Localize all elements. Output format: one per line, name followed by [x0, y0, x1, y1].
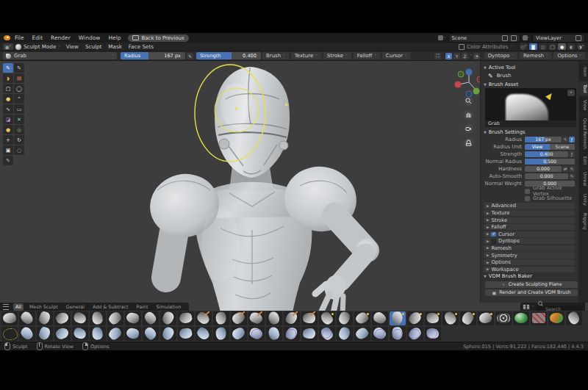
sidebar-tab[interactable]: Edit [579, 154, 588, 168]
viewport-menu-item[interactable]: View [66, 43, 79, 50]
brush-preview-dropdown[interactable]: ˅ [567, 90, 575, 96]
tool-draw-sharp[interactable]: ✎ [14, 63, 24, 73]
new-scene-icon[interactable] [511, 35, 517, 41]
brush-thumbnail[interactable] [178, 311, 194, 325]
brush-option-menu[interactable]: Texture˅ [291, 52, 321, 59]
display-mode-icon[interactable] [523, 304, 530, 310]
brush-thumbnail[interactable] [107, 327, 123, 341]
render-vdm-brush-button[interactable]: ▣ Render and Create VDM Brush [485, 289, 578, 296]
brush-thumbnail[interactable] [19, 311, 35, 325]
menu-item[interactable]: File [15, 35, 24, 41]
brush-thumbnail[interactable] [248, 311, 265, 325]
brush-thumbnail[interactable] [354, 327, 370, 341]
brush-thumbnail[interactable] [178, 327, 194, 341]
section-checkbox[interactable] [491, 239, 496, 244]
brush-thumbnail[interactable] [390, 311, 406, 325]
menu-item[interactable]: Edit [32, 35, 43, 41]
tool-smooth[interactable]: ∿ [3, 104, 13, 114]
create-sculpting-plane-button[interactable]: ＋ Create Sculpting Plane [485, 281, 578, 288]
brush-thumbnail[interactable] [460, 311, 476, 325]
collapsed-section[interactable]: ▶ Cursor [484, 231, 575, 237]
brush-thumbnail[interactable] [37, 311, 53, 325]
tool-elastic-deform[interactable]: ◎ [14, 125, 24, 134]
brush-thumbnail[interactable] [1, 311, 18, 325]
brush-thumbnail[interactable] [319, 327, 335, 341]
brush-thumbnail[interactable] [407, 311, 423, 325]
brush-asset-section-header[interactable]: ▼ Brush Asset [484, 81, 576, 87]
brush-thumbnail[interactable] [372, 311, 388, 325]
menu-item[interactable]: Render [51, 35, 71, 41]
brush-option-menu[interactable]: Cursor˅ [382, 52, 411, 59]
mode-selector[interactable]: Sculpt Mode ˅ [15, 43, 60, 50]
shading-wireframe-icon[interactable]: ◯ [548, 43, 556, 50]
pen-icon[interactable]: ✎ [562, 137, 568, 142]
radius-slider[interactable]: 167 px [525, 137, 562, 142]
sidebar-tab[interactable]: Tool [579, 82, 588, 96]
brush-thumbnail[interactable] [213, 327, 229, 341]
brush-thumbnail[interactable] [160, 311, 176, 325]
scene-type-dropdown[interactable]: ˅ [438, 35, 446, 40]
radius-pressure-icon[interactable]: ✎ [187, 53, 193, 59]
shelf-tab[interactable]: Paint [135, 303, 151, 311]
normal-weight-slider[interactable]: 0.000 [525, 181, 575, 187]
tool-layer[interactable]: ▢ [3, 84, 13, 93]
shelf-tab[interactable]: Add & Subtract [90, 303, 131, 311]
tool-grab[interactable]: ● [3, 125, 13, 134]
sculpt-menu[interactable]: Dyntopo˅ [484, 52, 517, 59]
pan-hand-icon[interactable] [464, 110, 473, 120]
sculpt-menu[interactable]: Options˅ [553, 52, 585, 59]
brush-thumbnail[interactable] [495, 311, 512, 325]
auto-smooth-slider[interactable]: 0.000 [525, 173, 568, 179]
brush-thumbnail[interactable] [266, 327, 282, 341]
viewport[interactable]: ✎✎◗▤▢◯●⌃∿▭◪✕●◎+↻▣◌✎ [0, 61, 588, 342]
segment-option[interactable]: Scene [550, 144, 575, 150]
scene-selector[interactable]: Scene [448, 34, 520, 43]
tool-sphere-mask[interactable]: ◌ [14, 145, 24, 155]
tool-crease[interactable]: ⌃ [14, 94, 24, 104]
brush-thumbnail[interactable] [37, 327, 53, 341]
tool-draw[interactable]: ✎ [3, 63, 13, 73]
brush-thumbnail[interactable] [19, 327, 35, 341]
section-checkbox[interactable] [491, 232, 496, 237]
menu-item[interactable]: Window [79, 35, 101, 41]
brush-thumbnail[interactable] [301, 311, 318, 325]
tool-transform[interactable]: ▣ [3, 145, 13, 155]
sidebar-tab[interactable]: Unity [579, 191, 588, 209]
brush-thumbnail[interactable] [125, 327, 141, 341]
brush-thumbnail[interactable] [107, 311, 123, 325]
collapsed-section[interactable]: ▶ Options [484, 259, 575, 265]
shelf-menu-icon[interactable] [3, 304, 9, 310]
camera-view-icon[interactable] [464, 124, 473, 134]
brush-thumbnail[interactable] [513, 311, 529, 325]
sidebar-tab[interactable]: Quad Remesh [579, 115, 588, 152]
radius-slider[interactable]: Radius 167 px [121, 52, 185, 59]
tool-scrape[interactable]: ◪ [3, 115, 13, 124]
brush-thumbnail[interactable] [125, 311, 141, 325]
brush-thumbnail[interactable] [90, 327, 106, 341]
shading-rendered-icon[interactable]: ◑˅ [577, 43, 585, 50]
shelf-tab[interactable]: All [13, 303, 24, 311]
hardness-slider[interactable]: 0.000 [525, 166, 562, 172]
collapsed-section[interactable]: ▶ Falloff [484, 224, 575, 230]
brush-thumbnail[interactable] [1, 327, 18, 341]
brush-thumbnail[interactable] [319, 311, 335, 325]
brush-thumbnail[interactable] [337, 327, 353, 341]
shading-solid-icon[interactable]: ● [558, 43, 566, 50]
sculpt-menu[interactable]: Remesh˅ [520, 52, 552, 59]
brush-thumbnail[interactable] [284, 327, 300, 341]
symmetry-axis-button[interactable]: X [445, 53, 452, 59]
brush-thumbnail[interactable] [231, 327, 247, 341]
symmetry-axis-button[interactable]: Z [462, 53, 468, 59]
collapsed-section[interactable]: ▶ Remesh [484, 245, 575, 251]
tool-clay[interactable]: ◗ [3, 73, 13, 83]
checkbox[interactable] [525, 196, 530, 201]
strength-slider[interactable]: Strength 0.400 [196, 52, 261, 59]
menu-item[interactable]: Help [108, 35, 121, 41]
pen-icon[interactable]: ✎ [569, 173, 575, 179]
brush-preview[interactable]: ˅ Grab [485, 88, 576, 127]
zoom-icon[interactable] [464, 96, 473, 106]
viewport-menu-item[interactable]: Sculpt [85, 43, 101, 50]
back-to-previous-button[interactable]: Back to Previous [128, 35, 188, 42]
brush-thumbnail[interactable] [160, 327, 176, 341]
brush-thumbnail[interactable] [72, 327, 88, 341]
